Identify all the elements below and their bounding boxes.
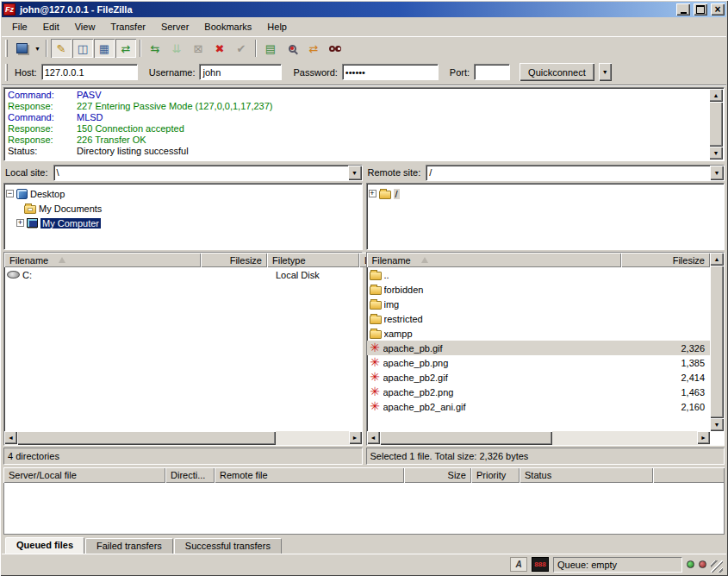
process-queue-button[interactable]: ⇊	[166, 39, 187, 58]
scroll-left-icon[interactable]: ◄	[367, 431, 380, 444]
collapse-icon[interactable]	[6, 190, 14, 197]
column-direction[interactable]: Directi...	[165, 467, 215, 483]
column-filesize[interactable]: Filesize	[621, 253, 710, 267]
resize-grip[interactable]	[711, 560, 723, 573]
menu-file[interactable]: File	[5, 19, 34, 34]
remote-list-body[interactable]: .. forbidden img restricted xampp apache…	[367, 267, 711, 431]
menu-view[interactable]: View	[68, 19, 103, 34]
toggle-message-log-button[interactable]: ✎	[51, 39, 72, 58]
scrollbar-thumb[interactable]	[710, 266, 724, 418]
transfer-type-indicator-icon[interactable]: A	[510, 557, 527, 572]
remote-row[interactable]: apache_pb2.png1,463	[367, 385, 711, 399]
local-horizontal-scrollbar[interactable]: ◄ ►	[4, 431, 362, 445]
scroll-down-icon[interactable]: ▼	[710, 418, 724, 431]
cancel-operation-button[interactable]: ⊠	[188, 39, 208, 58]
quickconnect-button[interactable]: Quickconnect	[520, 63, 594, 81]
scrollbar-thumb[interactable]	[17, 431, 276, 445]
column-filetype[interactable]: Filetype	[267, 253, 359, 267]
queue-status-text: Queue: empty	[553, 557, 682, 573]
remote-row-selected[interactable]: apache_pb.gif2,326	[367, 341, 711, 355]
scroll-right-icon[interactable]: ►	[349, 431, 362, 444]
quickconnect-dropdown[interactable]: ▼	[599, 63, 612, 81]
remote-row[interactable]: apache_pb2.gif2,414	[367, 370, 711, 385]
log-label: Command:	[8, 90, 77, 101]
local-row-c-drive[interactable]: C: Local Disk	[4, 267, 362, 282]
message-log[interactable]: Command:PASV Response:227 Entering Passi…	[3, 87, 725, 161]
tab-successful-transfers[interactable]: Successful transfers	[174, 538, 282, 554]
log-vertical-scrollbar[interactable]: ▲ ▼	[709, 89, 723, 160]
menu-bookmarks[interactable]: Bookmarks	[197, 19, 258, 34]
remote-row[interactable]: ..	[367, 267, 711, 282]
column-filename[interactable]: Filename	[367, 253, 622, 267]
column-status[interactable]: Status	[520, 467, 653, 483]
close-button[interactable]	[711, 3, 725, 16]
queue-list[interactable]	[3, 483, 725, 535]
host-input[interactable]	[41, 64, 138, 80]
scrollbar-thumb[interactable]	[380, 431, 552, 445]
log-label: Command:	[8, 112, 77, 123]
menu-help[interactable]: Help	[260, 19, 294, 34]
scroll-up-icon[interactable]: ▲	[709, 89, 723, 102]
scroll-right-icon[interactable]: ►	[697, 431, 710, 444]
remote-vertical-scrollbar[interactable]: ▲ ▼	[710, 253, 724, 431]
tree-item-my-computer[interactable]: My Computer	[6, 216, 360, 230]
menu-transfer[interactable]: Transfer	[103, 19, 152, 34]
toggle-transfer-queue-button[interactable]: ⇄	[115, 39, 136, 58]
remote-row[interactable]: apache_pb2_ani.gif2,160	[367, 399, 711, 414]
remote-directory-tree[interactable]: /	[366, 183, 725, 250]
remote-row[interactable]: img	[367, 297, 711, 311]
toggle-local-tree-button[interactable]: ◫	[72, 39, 93, 58]
folder-icon	[379, 191, 391, 199]
site-manager-dropdown[interactable]: ▼	[33, 39, 42, 58]
column-priority[interactable]: Priority	[471, 467, 520, 483]
password-input[interactable]	[342, 64, 439, 80]
title-bar[interactable]: Fz john@127.0.0.1 - FileZilla	[2, 2, 726, 17]
chevron-down-icon[interactable]: ▼	[710, 166, 724, 180]
tree-item-root[interactable]: /	[369, 186, 723, 201]
column-server-local-file[interactable]: Server/Local file	[3, 467, 165, 483]
remote-row[interactable]: forbidden	[367, 282, 711, 297]
log-text: MLSD	[77, 112, 103, 123]
directory-comparison-button[interactable]	[282, 39, 302, 58]
find-files-button[interactable]	[325, 39, 345, 58]
tree-item-my-documents[interactable]: My Documents	[6, 201, 360, 216]
site-manager-button[interactable]	[11, 39, 32, 58]
expand-icon[interactable]	[369, 190, 376, 197]
scroll-down-icon[interactable]: ▼	[709, 147, 723, 160]
refresh-button[interactable]: ⇆	[145, 39, 165, 58]
maximize-button[interactable]	[694, 3, 707, 16]
tab-queued-files[interactable]: Queued files	[5, 537, 84, 554]
remote-row[interactable]: apache_pb.png1,385	[367, 355, 711, 370]
column-remote-file[interactable]: Remote file	[215, 467, 404, 483]
expand-icon[interactable]	[16, 219, 24, 227]
filter-button[interactable]: ▤	[260, 39, 281, 58]
tab-failed-transfers[interactable]: Failed transfers	[85, 538, 173, 554]
reconnect-button[interactable]: ✔	[231, 39, 252, 58]
menu-edit[interactable]: Edit	[36, 19, 66, 34]
column-size[interactable]: Size	[404, 467, 471, 483]
local-site-combobox[interactable]: \ ▼	[53, 165, 363, 181]
synchronized-browsing-button[interactable]: ⇄	[303, 39, 324, 58]
toggle-remote-tree-button[interactable]: ▦	[94, 39, 115, 58]
port-input[interactable]	[474, 64, 510, 80]
scrollbar-thumb[interactable]	[709, 102, 723, 147]
speed-limits-icon[interactable]: 888	[532, 557, 549, 572]
remote-row[interactable]: restricted	[367, 311, 711, 326]
chevron-down-icon[interactable]: ▼	[348, 166, 362, 180]
local-list-body[interactable]: C: Local Disk	[4, 267, 362, 431]
remote-row[interactable]: xampp	[367, 326, 711, 341]
log-text: 226 Transfer OK	[77, 135, 146, 146]
remote-site-combobox[interactable]: / ▼	[426, 165, 725, 181]
disconnect-button[interactable]: ✖	[209, 39, 230, 58]
column-filename[interactable]: Filename	[4, 253, 201, 267]
local-directory-tree[interactable]: Desktop My Documents My Computer	[3, 183, 363, 250]
menu-server[interactable]: Server	[154, 19, 196, 34]
remote-horizontal-scrollbar[interactable]: ◄ ►	[367, 431, 711, 445]
tree-item-desktop[interactable]: Desktop	[6, 186, 360, 201]
scroll-up-icon[interactable]: ▲	[710, 253, 724, 266]
file-name: apache_pb.png	[383, 358, 619, 368]
minimize-button[interactable]	[676, 3, 690, 16]
scroll-left-icon[interactable]: ◄	[4, 431, 17, 444]
column-filesize[interactable]: Filesize	[201, 253, 267, 267]
username-input[interactable]	[199, 64, 282, 80]
